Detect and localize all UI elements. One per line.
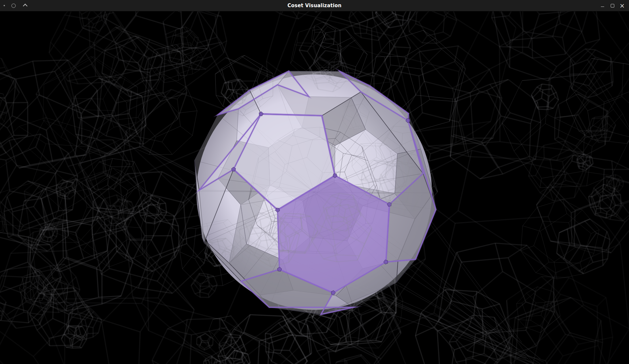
window-title: Coset Visualization xyxy=(0,3,629,8)
minimize-button[interactable] xyxy=(598,1,607,10)
close-button[interactable]: × xyxy=(617,1,627,10)
chevron-up-icon xyxy=(23,4,27,8)
close-icon: × xyxy=(620,3,625,9)
app-indicator-dot-icon xyxy=(4,5,5,6)
maximize-icon xyxy=(611,4,614,8)
window-controls: × xyxy=(598,1,627,10)
maximize-button[interactable] xyxy=(607,1,617,10)
window-titlebar[interactable]: Coset Visualization × xyxy=(0,0,629,11)
viewport xyxy=(0,11,629,364)
app-window: Coset Visualization × xyxy=(0,0,629,364)
titlebar-left-icons xyxy=(4,2,28,9)
circle-button[interactable] xyxy=(10,2,17,9)
minimize-icon xyxy=(601,7,604,7)
coset-3d-canvas[interactable] xyxy=(0,11,629,364)
collapse-up-button[interactable] xyxy=(22,2,28,9)
circle-icon xyxy=(11,4,16,8)
